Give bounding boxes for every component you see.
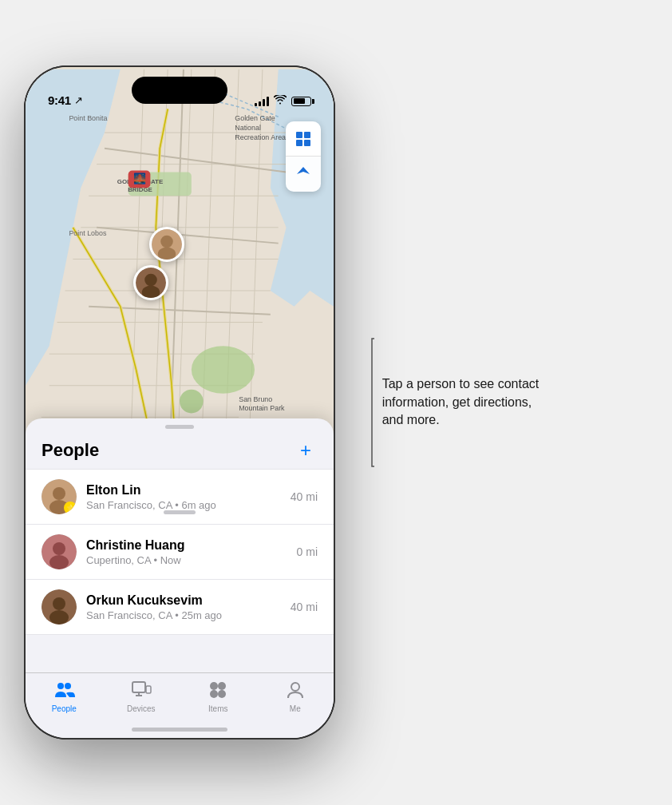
annotation: Tap a person to see contact information,… xyxy=(367,331,543,474)
svg-rect-61 xyxy=(132,682,145,692)
svg-rect-47 xyxy=(304,132,310,138)
person-name-2: Orkun Kucuksevim xyxy=(86,593,291,608)
tab-people[interactable]: People xyxy=(26,680,103,713)
svg-point-24 xyxy=(180,390,204,414)
sheet-header: People + xyxy=(26,429,334,469)
home-indicator xyxy=(132,728,227,732)
person-location-2: San Francisco, CA • 25m ago xyxy=(86,609,291,621)
svg-point-58 xyxy=(49,610,69,625)
svg-text:Point Lobos: Point Lobos xyxy=(69,229,107,237)
svg-point-67 xyxy=(210,690,218,698)
svg-point-41 xyxy=(160,236,173,248)
person-avatar-1 xyxy=(42,534,77,569)
person-distance-2: 40 mi xyxy=(291,601,318,613)
person-item-0[interactable]: ⭐ Elton Lin San Francisco, CA • 6m ago xyxy=(26,469,334,525)
signal-icon xyxy=(255,97,269,106)
location-arrow-icon: ↗ xyxy=(74,94,83,106)
tab-devices-label: Devices xyxy=(127,704,156,713)
person-distance-1: 0 mi xyxy=(297,545,318,558)
battery-icon xyxy=(291,97,311,106)
person-info-1: Christine Huang Cupertino, CA • Now xyxy=(86,538,297,566)
annotation-text: Tap a person to see contact information,… xyxy=(382,375,543,429)
svg-point-57 xyxy=(53,597,65,610)
person-info-2: Orkun Kucuksevim San Francisco, CA • 25m… xyxy=(86,593,291,621)
person-name-1: Christine Huang xyxy=(86,538,297,553)
svg-point-69 xyxy=(291,683,299,691)
bracket-icon xyxy=(367,331,374,474)
svg-text:National: National xyxy=(235,124,261,132)
tab-people-label: People xyxy=(52,704,77,713)
svg-text:San Bruno: San Bruno xyxy=(239,395,272,403)
person-location-0: San Francisco, CA • 6m ago xyxy=(86,499,291,511)
svg-point-60 xyxy=(65,683,71,689)
svg-point-66 xyxy=(218,682,226,690)
svg-point-51 xyxy=(53,487,65,500)
add-person-button[interactable]: + xyxy=(294,438,318,462)
svg-point-68 xyxy=(218,690,226,698)
me-tab-icon xyxy=(284,680,306,702)
svg-point-65 xyxy=(210,682,218,690)
person-avatar-0: ⭐ xyxy=(42,479,77,514)
favorite-star-icon: ⭐ xyxy=(64,502,77,514)
person-item-1[interactable]: Christine Huang Cupertino, CA • Now 0 mi xyxy=(26,525,334,580)
devices-tab-icon xyxy=(130,680,152,702)
svg-text:🌉: 🌉 xyxy=(133,172,147,185)
people-list: ⭐ Elton Lin San Francisco, CA • 6m ago xyxy=(26,469,334,635)
side-button xyxy=(334,225,335,273)
dynamic-island xyxy=(132,77,227,104)
svg-text:Mountain Park: Mountain Park xyxy=(239,404,285,412)
svg-rect-48 xyxy=(296,140,302,146)
svg-point-44 xyxy=(144,274,157,287)
tab-me[interactable]: Me xyxy=(257,680,334,713)
tab-me-label: Me xyxy=(290,704,301,713)
map-view-button[interactable] xyxy=(286,121,321,157)
person-name-0: Elton Lin xyxy=(86,483,291,498)
tab-devices[interactable]: Devices xyxy=(103,680,180,713)
svg-point-23 xyxy=(192,346,255,393)
person-2-map-pin[interactable] xyxy=(133,265,168,300)
svg-point-59 xyxy=(57,683,64,689)
people-tab-icon xyxy=(53,680,75,702)
svg-point-55 xyxy=(49,555,69,569)
svg-text:Golden Gate: Golden Gate xyxy=(235,114,275,122)
person-1-map-pin[interactable] xyxy=(149,227,184,262)
sheet-drag-handle[interactable] xyxy=(164,510,196,514)
person-distance-0: 40 mi xyxy=(291,490,318,503)
sheet-title: People xyxy=(42,440,99,461)
tab-items[interactable]: Items xyxy=(180,680,257,713)
svg-rect-46 xyxy=(296,132,302,138)
person-item-2[interactable]: Orkun Kucuksevim San Francisco, CA • 25m… xyxy=(26,580,334,635)
svg-point-54 xyxy=(53,542,65,555)
person-location-1: Cupertino, CA • Now xyxy=(86,554,297,566)
items-tab-icon xyxy=(207,680,229,702)
wifi-icon xyxy=(274,95,287,107)
map-controls xyxy=(286,121,321,192)
person-avatar-2 xyxy=(42,589,77,625)
svg-rect-49 xyxy=(304,140,310,146)
person-info-0: Elton Lin San Francisco, CA • 6m ago xyxy=(86,483,291,511)
status-time: 9:41 xyxy=(48,93,71,107)
iphone-frame: 9:41 ↗ xyxy=(24,65,335,740)
svg-rect-64 xyxy=(146,686,151,693)
svg-text:Recreation Area: Recreation Area xyxy=(235,133,286,141)
location-button[interactable] xyxy=(286,157,321,192)
tab-items-label: Items xyxy=(208,704,227,713)
svg-text:Point Bonita: Point Bonita xyxy=(69,114,107,122)
